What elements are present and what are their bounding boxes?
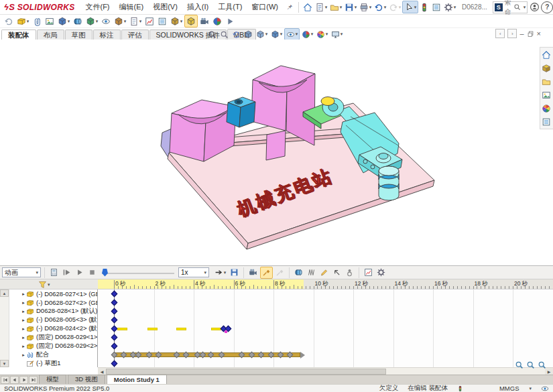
tree-row[interactable]: ▸(-) D0628-027<1> (GB_C bbox=[9, 289, 97, 298]
appearances-scenes-icon[interactable] bbox=[540, 102, 552, 115]
dropdown-caret-icon[interactable]: ▾ bbox=[27, 19, 29, 24]
timeline-horizontal-scrollbar[interactable]: ◀ ▶ bbox=[98, 367, 553, 375]
menu-item-4[interactable]: 工具(T) bbox=[213, 1, 247, 13]
doc-restore-icon[interactable] bbox=[527, 30, 534, 38]
suppress-bar[interactable] bbox=[176, 328, 186, 330]
new-motion-study-icon[interactable] bbox=[143, 15, 156, 27]
menu-item-2[interactable]: 视图(V) bbox=[148, 1, 182, 13]
scroll-left-icon[interactable]: ◀ bbox=[98, 368, 106, 375]
asset-publisher-icon[interactable] bbox=[211, 15, 223, 27]
animation-wizard-icon[interactable] bbox=[247, 267, 259, 278]
insert-components-icon[interactable]: ▾ bbox=[15, 15, 30, 27]
keyframe-time0[interactable] bbox=[111, 300, 117, 306]
timeline-zoom-in-icon[interactable] bbox=[526, 361, 535, 369]
doc-tab-0[interactable]: 模型 bbox=[39, 375, 66, 384]
save-animation-icon[interactable] bbox=[229, 267, 240, 278]
dropdown-caret-icon[interactable]: ▾ bbox=[325, 5, 328, 10]
menu-item-0[interactable]: 文件(F) bbox=[80, 1, 114, 13]
timeline-zoom-fit-icon[interactable] bbox=[515, 361, 524, 369]
edit-appearance-icon[interactable]: ▾ bbox=[300, 29, 314, 40]
calculate-icon[interactable] bbox=[48, 267, 60, 278]
dropdown-caret-icon[interactable]: ▾ bbox=[454, 5, 456, 10]
tree-row[interactable]: ▸D0628-028<1> (默认) << bbox=[9, 307, 97, 316]
expand-arrow-icon[interactable]: ▸ bbox=[21, 335, 26, 340]
timeline-slider[interactable] bbox=[102, 268, 174, 277]
hide-show-items-icon[interactable]: ▾ bbox=[284, 28, 300, 40]
tree-row[interactable]: ▸(固定) D0628-029<2> (默 bbox=[9, 342, 97, 350]
dropdown-caret-icon[interactable]: ▾ bbox=[280, 31, 283, 37]
rebuild-traffic-light-icon[interactable] bbox=[418, 1, 430, 13]
tab-布局[interactable]: 布局 bbox=[37, 29, 64, 40]
file-explorer-icon[interactable] bbox=[540, 75, 552, 88]
dropdown-caret-icon[interactable]: ▾ bbox=[341, 31, 343, 37]
timeline-ruler[interactable]: 0 秒2 秒4 秒6 秒8 秒10 秒12 秒14 秒16 秒18 秒20 秒 bbox=[98, 279, 553, 289]
expand-arrow-icon[interactable]: ▸ bbox=[21, 309, 26, 314]
hscroll-thumb[interactable] bbox=[106, 369, 386, 375]
dropdown-caret-icon[interactable]: ▾ bbox=[311, 31, 314, 37]
toolbar-expand-icon[interactable] bbox=[224, 15, 236, 27]
tree-row[interactable]: ▸(固定) D0628-029<1> (默 bbox=[9, 333, 97, 342]
dropdown-caret-icon[interactable]: ▾ bbox=[96, 19, 99, 24]
dropdown-caret-icon[interactable]: ▾ bbox=[124, 19, 127, 24]
exploded-view-icon[interactable]: ▾ bbox=[169, 15, 184, 27]
tree-vertical-scrollbar[interactable]: ▲ ▼ bbox=[0, 289, 9, 367]
tab-草图[interactable]: 草图 bbox=[65, 29, 93, 40]
keyframe-time0[interactable] bbox=[111, 334, 117, 341]
section-view-icon[interactable] bbox=[243, 29, 254, 40]
dropdown-caret-icon[interactable]: ▾ bbox=[326, 31, 328, 37]
view-orientation-icon[interactable]: ▾ bbox=[255, 29, 269, 40]
play-from-start-icon[interactable] bbox=[61, 267, 72, 278]
status-eye-icon[interactable] bbox=[541, 385, 549, 392]
doc-tab-2[interactable]: Motion Study 1 bbox=[107, 375, 167, 384]
doc-close-icon[interactable]: × bbox=[537, 29, 541, 38]
options-gear-icon[interactable]: ▾ bbox=[442, 1, 457, 13]
suppress-bar[interactable] bbox=[117, 328, 127, 330]
linear-component-pattern-icon[interactable]: ▾ bbox=[56, 15, 71, 27]
dropdown-caret-icon[interactable]: ▾ bbox=[355, 5, 357, 10]
dropdown-caret-icon[interactable]: ▾ bbox=[265, 31, 268, 37]
doc-forward-icon[interactable]: › bbox=[507, 29, 517, 38]
dropdown-caret-icon[interactable]: ▾ bbox=[340, 5, 343, 10]
take-snapshot-icon[interactable] bbox=[198, 15, 210, 27]
motion-study-properties-icon[interactable] bbox=[375, 267, 387, 278]
print-icon[interactable]: ▾ bbox=[358, 1, 373, 13]
redo-icon[interactable]: ▾ bbox=[387, 1, 402, 13]
reference-geometry-icon[interactable]: ▾ bbox=[128, 15, 143, 27]
keyframe-time0[interactable] bbox=[111, 291, 117, 298]
dropdown-caret-icon[interactable]: ▾ bbox=[384, 5, 387, 10]
smart-fasteners-icon[interactable] bbox=[72, 15, 84, 27]
doc-minimize-icon[interactable]: – bbox=[519, 29, 524, 38]
home-icon[interactable] bbox=[302, 1, 314, 13]
keyframe-time0[interactable] bbox=[111, 317, 117, 324]
undo-icon[interactable]: ▾ bbox=[373, 1, 387, 13]
doc-back-icon[interactable]: ‹ bbox=[495, 29, 505, 38]
filter-dropdown-icon[interactable]: ▾ bbox=[48, 282, 50, 287]
timeline-zoom-out-icon[interactable] bbox=[538, 361, 546, 369]
display-style-icon[interactable]: ▾ bbox=[269, 29, 284, 40]
preview-window-icon[interactable] bbox=[44, 15, 56, 27]
tab-nav-prev-icon[interactable] bbox=[10, 376, 19, 384]
doc-tab-1[interactable]: 3D 视图 bbox=[68, 375, 105, 384]
view-palette-icon[interactable] bbox=[540, 88, 552, 101]
play-icon[interactable] bbox=[74, 267, 85, 278]
bill-of-materials-icon[interactable] bbox=[156, 15, 168, 27]
search-dropdown-icon[interactable]: ▾ bbox=[524, 5, 526, 10]
scroll-down-icon[interactable]: ▼ bbox=[0, 360, 9, 367]
model-blue-block[interactable] bbox=[227, 97, 255, 127]
instant3d-icon[interactable] bbox=[184, 15, 198, 27]
dropdown-caret-icon[interactable]: ▾ bbox=[369, 5, 372, 10]
add-update-key-icon[interactable] bbox=[274, 267, 286, 278]
tree-row[interactable]: ▸配合 bbox=[9, 350, 97, 359]
spring-icon[interactable] bbox=[306, 267, 317, 278]
graphics-viewport[interactable]: 机械充电站 机械充电站 bbox=[0, 40, 553, 265]
tab-nav-next-icon[interactable] bbox=[19, 376, 28, 384]
previous-view-icon[interactable] bbox=[231, 29, 242, 40]
edit-component-icon[interactable] bbox=[3, 15, 15, 27]
tab-nav-last-icon[interactable] bbox=[29, 376, 38, 384]
playback-speed-select[interactable]: 1x▾ bbox=[178, 267, 209, 277]
units-text[interactable]: MMGS bbox=[499, 385, 519, 392]
zoom-to-fit-icon[interactable] bbox=[206, 29, 218, 40]
tab-装配体[interactable]: 装配体 bbox=[1, 29, 36, 40]
expand-arrow-icon[interactable]: ▸ bbox=[21, 291, 26, 297]
help-icon[interactable]: ? bbox=[541, 1, 553, 13]
